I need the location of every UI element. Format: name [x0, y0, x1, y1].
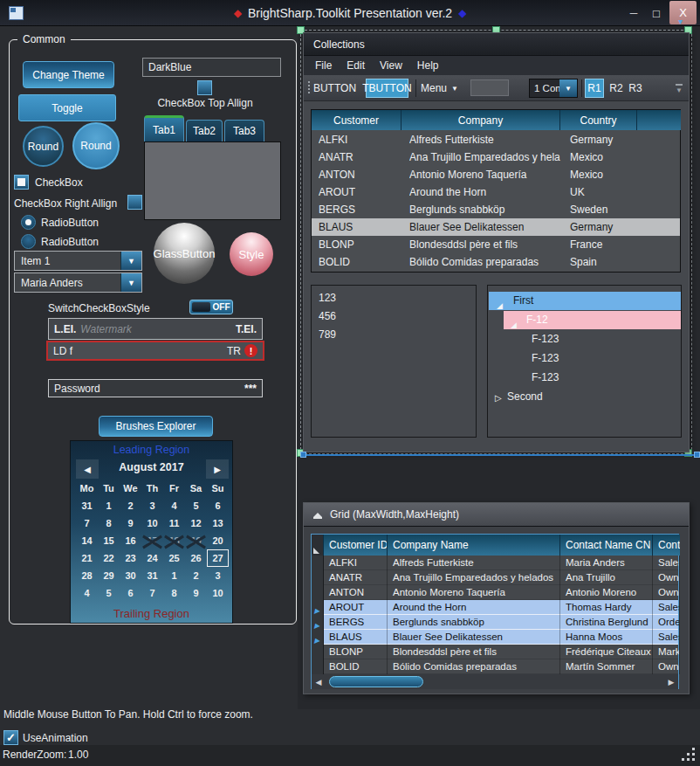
- scroll-right-icon[interactable]: ▶: [664, 674, 678, 689]
- tree-item-second[interactable]: Second: [507, 388, 543, 406]
- table-row[interactable]: ANATRAna Trujillo Emparedados y helaMexi…: [312, 148, 680, 166]
- table-row[interactable]: BOLIDBólido Comidas preparadasMartín Som…: [312, 659, 678, 674]
- error-textbox[interactable]: LD f TR !: [46, 341, 264, 361]
- chevron-down-icon[interactable]: ▼: [559, 79, 577, 97]
- calendar-day[interactable]: 5: [98, 584, 120, 602]
- toolbar-radio-r3[interactable]: R3: [627, 79, 644, 98]
- tab-tab3[interactable]: Tab3: [224, 120, 264, 141]
- column-header-customer-id[interactable]: Customer ID: [324, 535, 388, 556]
- toolbar-toggle-button[interactable]: TBUTTON: [366, 79, 408, 98]
- calendar-day[interactable]: 26: [185, 549, 207, 567]
- calendar-day[interactable]: 13: [207, 514, 229, 532]
- table-row-selected[interactable]: ▶AROUTAround the HornThomas HardySales: [312, 600, 678, 615]
- watermark-textbox[interactable]: L.EI. Watermark T.EI.: [48, 318, 263, 340]
- tree-item-f123[interactable]: F-123: [532, 349, 559, 368]
- calendar-day[interactable]: 24: [141, 549, 163, 567]
- table-row[interactable]: ALFKIAlfreds FutterkisteGermany: [312, 131, 680, 148]
- checkbox-right-align[interactable]: [127, 195, 142, 210]
- use-animation-checkbox[interactable]: ✓: [3, 730, 18, 745]
- radio-button-1[interactable]: [21, 215, 36, 230]
- table-row[interactable]: ANATRAna Trujillo Emparedados y heladosA…: [312, 570, 678, 585]
- horizontal-scrollbar[interactable]: ◀ ▶: [312, 674, 678, 689]
- style-button[interactable]: Style: [230, 232, 273, 276]
- calendar-day[interactable]: 3: [207, 567, 229, 584]
- calendar-day[interactable]: 21: [76, 549, 98, 567]
- calendar-day[interactable]: 10: [141, 514, 163, 532]
- maximize-button[interactable]: □: [646, 3, 667, 23]
- calendar-day[interactable]: 6: [207, 497, 229, 514]
- toggle-button[interactable]: Toggle: [18, 94, 116, 121]
- collections-titlebar[interactable]: Collections: [304, 33, 689, 56]
- round-button-light[interactable]: Round: [72, 122, 120, 169]
- switch-checkbox[interactable]: OFF: [189, 300, 233, 314]
- tree-item-first[interactable]: ◢ First: [489, 292, 681, 310]
- calendar-day[interactable]: 31: [76, 497, 98, 514]
- table-row[interactable]: BOLIDBólido Comidas preparadasSpain: [312, 253, 680, 271]
- toolbar-overflow-icon[interactable]: ▼: [676, 84, 683, 94]
- tree-item-f123[interactable]: F-123: [532, 330, 559, 348]
- table-row[interactable]: BLONPBlondesddsl père et filsFrédérique …: [312, 645, 678, 659]
- table-row-selected[interactable]: ▶BERGSBerglunds snabbköpChristina Berglu…: [312, 615, 678, 630]
- column-header-contact-title[interactable]: Conta: [653, 535, 680, 556]
- menu-help[interactable]: Help: [417, 59, 439, 72]
- menu-file[interactable]: File: [315, 59, 332, 72]
- column-header-company-name[interactable]: Company Name: [388, 535, 560, 556]
- calendar-day[interactable]: 1: [163, 567, 185, 584]
- chevron-down-icon[interactable]: ▼: [120, 273, 141, 292]
- checkbox[interactable]: [14, 175, 29, 190]
- calendar-day[interactable]: 2: [120, 497, 141, 514]
- table-row[interactable]: AROUTAround the HornUK: [312, 183, 680, 201]
- table-row[interactable]: ALFKIAlfreds FutterkisteMaria AndersSale…: [312, 556, 678, 570]
- calendar-day[interactable]: 4: [76, 584, 98, 602]
- menu-view[interactable]: View: [380, 59, 402, 72]
- column-header-company[interactable]: Company: [401, 110, 560, 130]
- calendar-day[interactable]: 31: [141, 567, 163, 584]
- collapse-pin-icon[interactable]: [313, 513, 322, 517]
- calendar-day[interactable]: 30: [120, 567, 141, 584]
- resize-grip-icon[interactable]: [682, 748, 684, 750]
- calendar-day[interactable]: 7: [141, 584, 163, 602]
- round-button-dark[interactable]: Round: [23, 126, 64, 167]
- toolbar-textbox[interactable]: [470, 79, 509, 96]
- calendar-day[interactable]: 15: [98, 532, 120, 549]
- tree-item-f12[interactable]: ◢ F-12: [504, 311, 681, 329]
- scroll-left-icon[interactable]: ◀: [312, 674, 326, 689]
- calendar-next-icon[interactable]: ▶: [206, 459, 229, 479]
- checkbox-top-align[interactable]: [197, 80, 212, 95]
- list-item[interactable]: 789: [312, 326, 476, 344]
- toolbar-grip-icon[interactable]: [308, 81, 310, 95]
- table-row[interactable]: BERGSBerglunds snabbköpSweden: [312, 201, 680, 218]
- table-row[interactable]: ANTONAntonio Moreno TaqueríaMexico: [312, 166, 680, 183]
- toolbar-radio-r1[interactable]: R1: [585, 79, 604, 98]
- calendar-day-selected[interactable]: 27: [207, 549, 229, 567]
- chevron-down-icon[interactable]: ▼: [120, 252, 141, 270]
- toolbar-menu-button[interactable]: Menu: [421, 79, 447, 98]
- calendar-day[interactable]: 25: [163, 549, 185, 567]
- calendar-day[interactable]: 2: [185, 567, 207, 584]
- calendar-day[interactable]: 23: [120, 549, 141, 567]
- toolbar-button[interactable]: BUTTON: [311, 79, 359, 98]
- list-item[interactable]: 456: [312, 307, 476, 326]
- scrollbar-thumb[interactable]: [329, 676, 423, 687]
- calendar-day[interactable]: 7: [76, 514, 98, 532]
- calendar-day[interactable]: 5: [185, 497, 207, 514]
- table-row[interactable]: BLONPBlondesddsl père et filsFrance: [312, 236, 680, 253]
- calendar-day[interactable]: 8: [163, 584, 185, 602]
- grid-window-titlebar[interactable]: Grid (MaxWidth,MaxHeight): [304, 503, 689, 527]
- select-all-corner[interactable]: [312, 535, 324, 556]
- change-theme-button[interactable]: Change Theme: [23, 61, 114, 88]
- calendar-day[interactable]: 14: [76, 532, 98, 549]
- calendar-day[interactable]: 9: [185, 584, 207, 602]
- glass-button[interactable]: GlassButton: [154, 223, 215, 284]
- password-field[interactable]: Password ***: [48, 379, 263, 397]
- calendar-day[interactable]: 20: [207, 532, 229, 549]
- toolbar-radio-r2[interactable]: R2: [607, 79, 625, 98]
- tab-tab2[interactable]: Tab2: [186, 120, 223, 141]
- radio-button-2[interactable]: [21, 234, 36, 249]
- table-row[interactable]: ANTONAntonio Moreno TaqueríaAntonio More…: [312, 585, 678, 600]
- table-row-selected[interactable]: ▶BLAUSBlauer See DelikatessenHanna MoosS…: [312, 630, 678, 645]
- calendar-day[interactable]: 6: [120, 584, 141, 602]
- column-header-contact-name[interactable]: Contact Name CN: [560, 535, 653, 556]
- column-header-country[interactable]: Country: [560, 110, 637, 130]
- calendar-day[interactable]: 12: [185, 514, 207, 532]
